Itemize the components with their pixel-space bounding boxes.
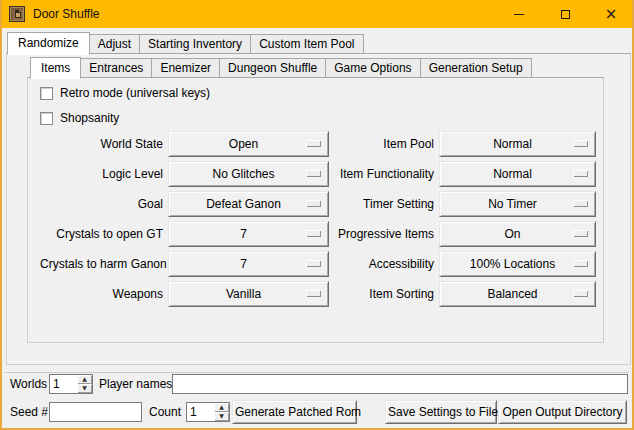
count-spinbox[interactable]: 1 ▲ ▼ bbox=[186, 402, 230, 422]
retro-mode-checkbox-row[interactable]: Retro mode (universal keys) bbox=[40, 85, 210, 101]
player-names-input[interactable] bbox=[172, 374, 628, 394]
tab-dungeon-shuffle[interactable]: Dungeon Shuffle bbox=[219, 58, 326, 78]
door-shuffle-window: Door Shuffle × Randomize Adjust Starting… bbox=[0, 0, 634, 430]
progressive-items-value: On bbox=[504, 227, 520, 241]
main-tab-bar: Randomize Adjust Starting Inventory Cust… bbox=[7, 31, 363, 54]
crystals-harm-ganon-label: Crystals to harm Ganon bbox=[40, 257, 163, 271]
spinner-down-icon[interactable]: ▼ bbox=[77, 384, 92, 393]
item-pool-dropdown[interactable]: Normal bbox=[439, 131, 596, 157]
sub-tab-bar: Items Entrances Enemizer Dungeon Shuffle… bbox=[30, 56, 531, 78]
dropdown-indicator-icon bbox=[306, 170, 321, 177]
spinner-up-icon[interactable]: ▲ bbox=[77, 375, 92, 384]
app-icon bbox=[9, 6, 25, 22]
item-sorting-value: Balanced bbox=[487, 287, 537, 301]
tab-generation-setup[interactable]: Generation Setup bbox=[420, 58, 532, 78]
generate-patched-rom-button[interactable]: Generate Patched Rom bbox=[232, 400, 357, 424]
weapons-value: Vanilla bbox=[226, 287, 261, 301]
close-button[interactable]: × bbox=[588, 0, 634, 28]
timer-setting-label: Timer Setting bbox=[334, 197, 434, 211]
tab-custom-item-pool[interactable]: Custom Item Pool bbox=[250, 34, 363, 54]
tab-enemizer[interactable]: Enemizer bbox=[151, 58, 220, 78]
options-grid: World State Open Item Pool Normal Logic … bbox=[40, 129, 596, 309]
crystals-harm-ganon-value: 7 bbox=[240, 257, 247, 271]
seed-input[interactable] bbox=[49, 402, 142, 422]
minimize-icon bbox=[514, 14, 524, 15]
dropdown-indicator-icon bbox=[573, 230, 588, 237]
world-state-dropdown[interactable]: Open bbox=[168, 131, 329, 157]
dropdown-indicator-icon bbox=[306, 230, 321, 237]
dropdown-indicator-icon bbox=[573, 200, 588, 207]
timer-setting-dropdown[interactable]: No Timer bbox=[439, 191, 596, 217]
item-pool-label: Item Pool bbox=[334, 137, 434, 151]
seed-label: Seed # bbox=[10, 405, 48, 419]
goal-label: Goal bbox=[40, 197, 163, 211]
count-value: 1 bbox=[187, 403, 214, 421]
progressive-items-label: Progressive Items bbox=[334, 227, 434, 241]
goal-value: Defeat Ganon bbox=[206, 197, 281, 211]
titlebar[interactable]: Door Shuffle × bbox=[0, 0, 634, 28]
item-functionality-value: Normal bbox=[493, 167, 532, 181]
items-tab-panel: Retro mode (universal keys) Shopsanity W… bbox=[27, 77, 604, 343]
item-sorting-label: Item Sorting bbox=[334, 287, 434, 301]
tab-randomize[interactable]: Randomize bbox=[7, 32, 90, 55]
logic-level-dropdown[interactable]: No Glitches bbox=[168, 161, 329, 187]
weapons-dropdown[interactable]: Vanilla bbox=[168, 281, 329, 307]
dropdown-indicator-icon bbox=[573, 170, 588, 177]
dropdown-indicator-icon bbox=[306, 140, 321, 147]
dropdown-indicator-icon bbox=[306, 260, 321, 267]
accessibility-value: 100% Locations bbox=[470, 257, 555, 271]
logic-level-label: Logic Level bbox=[40, 167, 163, 181]
retro-mode-label: Retro mode (universal keys) bbox=[60, 86, 210, 100]
crystals-open-gt-value: 7 bbox=[240, 227, 247, 241]
dropdown-indicator-icon bbox=[306, 200, 321, 207]
close-icon: × bbox=[605, 7, 618, 22]
maximize-button[interactable] bbox=[542, 0, 588, 28]
maximize-icon bbox=[561, 10, 570, 19]
tab-items[interactable]: Items bbox=[30, 57, 81, 79]
tab-starting-inventory[interactable]: Starting Inventory bbox=[139, 34, 251, 54]
window-title: Door Shuffle bbox=[33, 7, 100, 21]
tab-entrances[interactable]: Entrances bbox=[80, 58, 152, 78]
logic-level-value: No Glitches bbox=[212, 167, 274, 181]
item-functionality-label: Item Functionality bbox=[334, 167, 434, 181]
item-sorting-dropdown[interactable]: Balanced bbox=[439, 281, 596, 307]
accessibility-dropdown[interactable]: 100% Locations bbox=[439, 251, 596, 277]
shopsanity-checkbox-row[interactable]: Shopsanity bbox=[40, 110, 119, 126]
shopsanity-checkbox[interactable] bbox=[40, 112, 53, 125]
item-functionality-dropdown[interactable]: Normal bbox=[439, 161, 596, 187]
shopsanity-label: Shopsanity bbox=[60, 111, 119, 125]
open-output-directory-button[interactable]: Open Output Directory bbox=[498, 400, 627, 424]
item-pool-value: Normal bbox=[493, 137, 532, 151]
crystals-open-gt-label: Crystals to open GT bbox=[40, 227, 163, 241]
count-label: Count bbox=[149, 405, 181, 419]
spinner-down-icon[interactable]: ▼ bbox=[214, 412, 229, 421]
world-state-value: Open bbox=[229, 137, 258, 151]
dropdown-indicator-icon bbox=[573, 260, 588, 267]
worlds-value: 1 bbox=[50, 375, 77, 393]
crystals-open-gt-dropdown[interactable]: 7 bbox=[168, 221, 329, 247]
minimize-button[interactable] bbox=[496, 0, 542, 28]
spinner-up-icon[interactable]: ▲ bbox=[214, 403, 229, 412]
crystals-harm-ganon-dropdown[interactable]: 7 bbox=[168, 251, 329, 277]
worlds-label: Worlds bbox=[10, 377, 47, 391]
player-names-label: Player names bbox=[99, 377, 172, 391]
dropdown-indicator-icon bbox=[306, 290, 321, 297]
bottom-separator bbox=[5, 372, 629, 373]
dropdown-indicator-icon bbox=[573, 140, 588, 147]
count-spinner: ▲ ▼ bbox=[214, 403, 229, 421]
goal-dropdown[interactable]: Defeat Ganon bbox=[168, 191, 329, 217]
progressive-items-dropdown[interactable]: On bbox=[439, 221, 596, 247]
dropdown-indicator-icon bbox=[573, 290, 588, 297]
caption-buttons: × bbox=[496, 0, 634, 28]
save-settings-button[interactable]: Save Settings to File bbox=[385, 400, 497, 424]
accessibility-label: Accessibility bbox=[334, 257, 434, 271]
retro-mode-checkbox[interactable] bbox=[40, 87, 53, 100]
world-state-label: World State bbox=[40, 137, 163, 151]
timer-setting-value: No Timer bbox=[488, 197, 537, 211]
worlds-spinbox[interactable]: 1 ▲ ▼ bbox=[49, 374, 93, 394]
tab-game-options[interactable]: Game Options bbox=[325, 58, 420, 78]
worlds-spinner: ▲ ▼ bbox=[77, 375, 92, 393]
weapons-label: Weapons bbox=[40, 287, 163, 301]
tab-adjust[interactable]: Adjust bbox=[89, 34, 140, 54]
